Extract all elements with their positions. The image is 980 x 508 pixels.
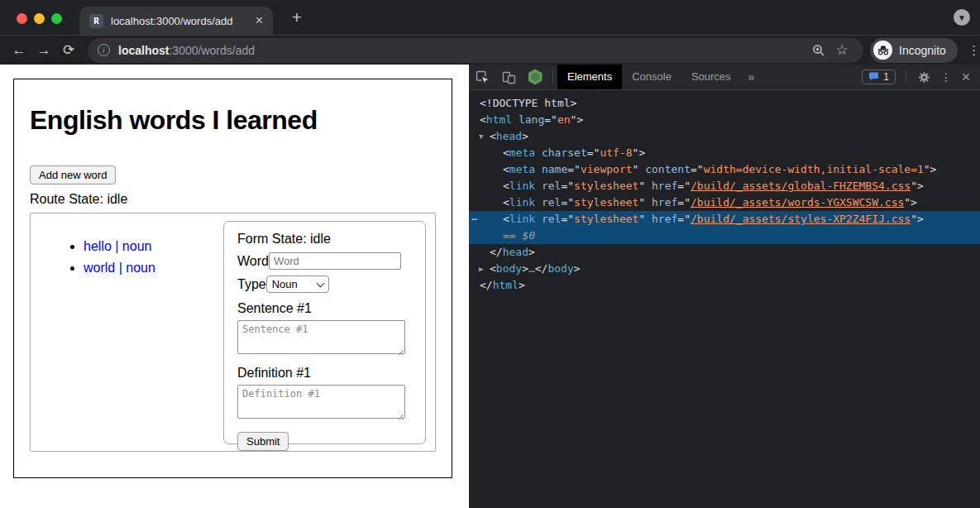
definition-textarea-wrap bbox=[237, 385, 405, 422]
dom-token: =" bbox=[677, 213, 691, 225]
dom-token: "> bbox=[904, 196, 917, 208]
dom-token: viewport bbox=[581, 163, 633, 175]
dom-token: utf-8 bbox=[600, 146, 632, 159]
dom-token: =" bbox=[561, 196, 574, 208]
back-button[interactable]: ← bbox=[7, 42, 31, 59]
issues-count: 1 bbox=[883, 71, 889, 83]
dom-line[interactable]: </html> bbox=[469, 277, 980, 294]
dom-line[interactable]: <link rel="stylesheet" href="/build/_ass… bbox=[469, 194, 980, 211]
dom-token: charset bbox=[542, 146, 587, 159]
dom-line[interactable]: ▼<head> bbox=[469, 128, 980, 145]
stylesheet-link[interactable]: /build/_assets/words-YGXSWCSW.css bbox=[691, 196, 904, 208]
browser-tab[interactable]: R localhost:3000/words/add × bbox=[79, 7, 273, 35]
dom-token: "> bbox=[911, 213, 924, 225]
dom-line[interactable]: ▶<body>…</body> bbox=[469, 261, 980, 277]
dom-token: html bbox=[493, 279, 519, 291]
word-link[interactable]: world | noun bbox=[84, 261, 155, 275]
dom-token: =" bbox=[561, 180, 574, 192]
reload-button[interactable]: ⟳ bbox=[56, 41, 81, 59]
browser-toolbar: ← → ⟳ i localhost:3000/words/add ☆ Incog… bbox=[0, 35, 980, 65]
dom-token: </ bbox=[535, 262, 548, 275]
stylesheet-link[interactable]: /build/_assets/styles-XP2Z4FIJ.css bbox=[691, 213, 911, 225]
bookmark-star-icon[interactable]: ☆ bbox=[830, 41, 853, 59]
issues-badge[interactable]: 1 bbox=[862, 69, 896, 84]
tab-close-icon[interactable]: × bbox=[252, 13, 266, 28]
dom-token: < bbox=[490, 262, 496, 275]
dom-token: $0 bbox=[522, 229, 535, 242]
more-tabs-icon[interactable]: » bbox=[741, 65, 762, 89]
dom-line[interactable]: <meta name="viewport" content="width=dev… bbox=[469, 161, 980, 178]
type-select[interactable]: Noun bbox=[266, 276, 329, 293]
definition-textarea[interactable] bbox=[237, 385, 405, 419]
add-new-word-button[interactable]: Add new word bbox=[30, 165, 116, 185]
type-select-wrap: Noun bbox=[266, 276, 329, 293]
dom-token: head bbox=[496, 130, 522, 142]
dom-token bbox=[535, 146, 542, 159]
dom-token: content bbox=[645, 163, 691, 175]
devtools-menu-icon[interactable]: ⋮ bbox=[937, 70, 955, 84]
dom-token: </ bbox=[480, 279, 493, 291]
dom-token: href bbox=[652, 180, 677, 192]
sentence-textarea[interactable] bbox=[237, 320, 405, 354]
page-title: English words I learned bbox=[30, 105, 436, 136]
collapse-arrow-icon[interactable]: ▼ bbox=[479, 128, 490, 145]
site-info-icon[interactable]: i bbox=[98, 44, 110, 56]
devtools-tab-elements[interactable]: Elements bbox=[557, 65, 622, 89]
incognito-label: Incognito bbox=[899, 44, 946, 57]
issue-bubble-icon bbox=[868, 72, 879, 82]
settings-gear-icon[interactable] bbox=[911, 65, 937, 89]
toolbar-divider bbox=[906, 70, 906, 84]
incognito-badge[interactable]: Incognito bbox=[870, 38, 958, 63]
dom-line[interactable]: <html lang="en"> bbox=[469, 112, 980, 128]
devtools-tab-console[interactable]: Console bbox=[622, 65, 681, 89]
dom-line[interactable]: <link rel="stylesheet" href="/build/_ass… bbox=[469, 178, 980, 194]
devtools-close-icon[interactable]: × bbox=[955, 69, 977, 86]
dom-line[interactable]: </head> bbox=[469, 244, 980, 261]
maximize-window-button[interactable] bbox=[51, 13, 62, 24]
tab-search-button[interactable]: ▼ bbox=[954, 9, 970, 26]
window-controls bbox=[17, 13, 62, 24]
dom-token: meta bbox=[509, 163, 535, 175]
tab-title: localhost:3000/words/add bbox=[111, 15, 252, 27]
extension-hexagon-icon[interactable] bbox=[522, 65, 548, 89]
definition-label: Definition #1 bbox=[237, 366, 412, 381]
dom-line[interactable]: <!DOCTYPE html> bbox=[469, 95, 980, 112]
expand-arrow-icon[interactable]: ▶ bbox=[479, 261, 490, 277]
word-link[interactable]: hello | noun bbox=[84, 239, 151, 253]
submit-button[interactable]: Submit bbox=[237, 432, 289, 451]
devtools-tabs: ElementsConsoleSources bbox=[557, 65, 741, 89]
dom-token: "> bbox=[633, 146, 646, 159]
dom-token: href bbox=[652, 213, 677, 225]
dom-token: "> bbox=[911, 180, 924, 192]
word-input[interactable] bbox=[269, 252, 401, 270]
dom-token bbox=[535, 163, 542, 175]
dom-token: > bbox=[522, 130, 528, 142]
dom-line[interactable]: <meta charset="utf-8"> bbox=[469, 145, 980, 161]
app-container: English words I learned Add new word Rou… bbox=[13, 79, 452, 478]
device-toolbar-icon[interactable] bbox=[495, 65, 522, 89]
browser-menu-icon[interactable]: ⋮ bbox=[964, 43, 980, 58]
word-list: hello | nounworld | noun bbox=[31, 236, 155, 279]
dom-line[interactable]: ⋯<link rel="stylesheet" href="/build/_as… bbox=[469, 211, 980, 228]
dom-token: </ bbox=[490, 246, 503, 258]
zoom-icon[interactable] bbox=[807, 44, 830, 57]
dom-token: > bbox=[528, 246, 535, 258]
address-bar[interactable]: i localhost:3000/words/add ☆ bbox=[88, 38, 863, 63]
new-tab-button[interactable]: + bbox=[286, 7, 308, 28]
dom-token: href bbox=[652, 196, 677, 208]
inspect-element-icon[interactable] bbox=[469, 65, 495, 89]
browser-window: R localhost:3000/words/add × + ▼ ← → ⟳ i… bbox=[0, 0, 980, 508]
toolbar-divider bbox=[552, 70, 553, 84]
stylesheet-link[interactable]: /build/_assets/global-FHZEMBS4.css bbox=[691, 180, 911, 192]
close-window-button[interactable] bbox=[17, 13, 27, 24]
devtools-toolbar-right: 1 ⋮ × bbox=[862, 65, 980, 89]
dom-line[interactable]: == $0 bbox=[469, 228, 980, 244]
route-state-text: Route State: idle bbox=[30, 192, 436, 207]
devtools-tab-sources[interactable]: Sources bbox=[681, 65, 741, 89]
content-area: English words I learned Add new word Rou… bbox=[0, 65, 980, 508]
minimize-window-button[interactable] bbox=[34, 13, 45, 24]
word-label: Word bbox=[237, 254, 269, 269]
tab-strip: R localhost:3000/words/add × + ▼ bbox=[0, 0, 980, 35]
dom-token: < bbox=[503, 146, 509, 159]
forward-button[interactable]: → bbox=[31, 42, 56, 59]
